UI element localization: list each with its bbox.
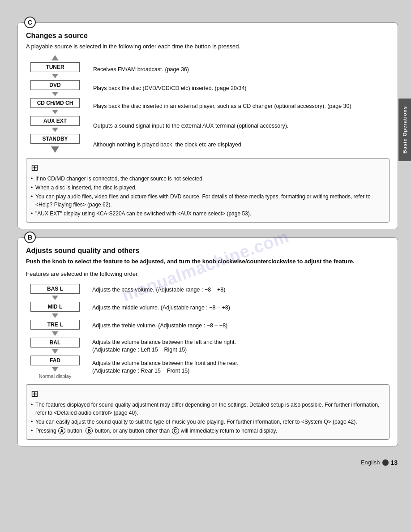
section-c-title: Changes a source: [26, 32, 390, 40]
sq-flow-col: BAS L MID L TRE L BAL FAD Normal display: [26, 283, 84, 379]
sq-desc-fad: Adjusts the volume balance between the f…: [92, 358, 390, 376]
section-b-badge: B: [24, 232, 36, 243]
note-c-4: "AUX EXT" display using KCA-S220A can be…: [31, 210, 384, 218]
note-box-b: ⊞ The features displayed for sound quali…: [26, 384, 390, 440]
circled-a: A: [58, 427, 65, 434]
source-flow: TUNER DVD CD CH/MD CH AUX EXT STANDBY Re…: [26, 55, 390, 153]
sq-desc-col: Adjusts the bass volume. (Adjustable ran…: [92, 283, 390, 379]
note-b-1: The features displayed for sound quality…: [31, 401, 384, 417]
note-icon-b: ⊞: [31, 388, 384, 399]
sq-arrow-5: [52, 367, 58, 372]
desc-dvd: Plays back the disc (DVD/VCD/CD etc) ins…: [93, 85, 247, 93]
footer-language: English: [361, 459, 380, 466]
desc-row-dvd: Plays back the disc (DVD/VCD/CD etc) ins…: [93, 82, 390, 95]
note-box-c: ⊞ If no CD/MD changer is connected, the …: [26, 158, 390, 223]
section-b-subtitle-bold: Push the knob to select the feature to b…: [26, 257, 390, 266]
sq-basl-box: BAS L: [30, 284, 80, 294]
desc-row-cdch: Plays back the disc inserted in an exter…: [93, 101, 390, 119]
sq-arrow-2: [52, 313, 58, 318]
section-c-badge: C: [24, 17, 36, 28]
sq-trel-box: TRE L: [30, 320, 80, 330]
flow-arrow-3: [52, 110, 58, 114]
sq-arrow-1: [52, 296, 58, 300]
desc-cdch: Plays back the disc inserted in an exter…: [93, 103, 351, 111]
sq-fad-box: FAD: [30, 356, 80, 365]
side-tab-label: Basic Operations: [402, 106, 407, 154]
section-b-title: Adjusts sound quality and others: [26, 247, 390, 255]
circled-b: B: [86, 427, 93, 434]
sq-desc-midl-text: Adjusts the middle volume. (Adjustable r…: [92, 304, 230, 312]
sq-desc-midl: Adjusts the middle volume. (Adjustable r…: [92, 301, 390, 315]
sq-desc-trel-text: Adjusts the treble volume. (Adjustable r…: [92, 322, 227, 330]
normal-display-label: Normal display: [39, 373, 72, 379]
desc-standby: Although nothing is played back, the clo…: [93, 141, 243, 149]
note-b-3: Pressing A button, B button, or any butt…: [31, 427, 384, 435]
sq-desc-trel: Adjusts the treble volume. (Adjustable r…: [92, 319, 390, 333]
desc-auxext: Outputs a sound signal input to the exte…: [93, 122, 288, 130]
sq-arrow-3: [52, 331, 58, 336]
section-b-box: B Adjusts sound quality and others Push …: [17, 237, 398, 446]
sq-midl-box: MID L: [30, 302, 80, 312]
note-c-2: When a disc is inserted, the disc is pla…: [31, 184, 384, 192]
note-c-1: If no CD/MD changer is connected, the ch…: [31, 175, 384, 183]
sq-desc-bal-text: Adjusts the volume balance between the l…: [92, 339, 236, 354]
flow-arrow-4: [52, 128, 58, 132]
sq-desc-basl-text: Adjusts the bass volume. (Adjustable ran…: [92, 286, 225, 294]
section-b-subtitle2: Features are selected in the following o…: [26, 270, 390, 278]
note-icon-c: ⊞: [31, 162, 384, 173]
sq-desc-basl: Adjusts the bass volume. (Adjustable ran…: [92, 283, 390, 297]
flow-arrow-bottom: [51, 146, 59, 153]
note-list-b: The features displayed for sound quality…: [31, 401, 384, 435]
content-area: C Changes a source A playable source is …: [13, 22, 398, 446]
note-b-2: You can easily adjust the sound quality …: [31, 418, 384, 426]
note-c-3: You can play audio files, video files an…: [31, 193, 384, 209]
circled-c: C: [172, 427, 179, 434]
note-list-c: If no CD/MD changer is connected, the ch…: [31, 175, 384, 218]
sq-desc-bal: Adjusts the volume balance between the l…: [92, 337, 390, 355]
source-flow-column: TUNER DVD CD CH/MD CH AUX EXT STANDBY: [26, 55, 84, 153]
source-descriptions: Receives FM/AM broadcast. (page 36) Play…: [93, 55, 390, 152]
source-dvd-box: DVD: [30, 80, 80, 90]
sq-arrow-4: [52, 349, 58, 354]
footer: English 13: [0, 455, 411, 466]
flow-arrow-2: [52, 92, 58, 96]
sq-bal-box: BAL: [30, 338, 80, 348]
source-cdch-box: CD CH/MD CH: [30, 98, 80, 108]
desc-row-tuner: Receives FM/AM broadcast. (page 36): [93, 63, 390, 77]
page-wrapper: Basic Operations manualmachine.com C Cha…: [0, 0, 411, 532]
flow-arrow-1: [52, 74, 58, 78]
source-auxext-box: AUX EXT: [30, 116, 80, 126]
sq-desc-fad-text: Adjusts the volume balance between the f…: [92, 360, 239, 375]
desc-row-standby: Although nothing is played back, the clo…: [93, 138, 390, 152]
desc-tuner: Receives FM/AM broadcast. (page 36): [93, 66, 189, 74]
desc-row-auxext: Outputs a sound signal input to the exte…: [93, 120, 390, 133]
sq-flow: BAS L MID L TRE L BAL FAD Normal display…: [26, 283, 390, 379]
footer-dot: [382, 459, 389, 466]
source-tuner-box: TUNER: [30, 62, 80, 72]
source-standby-box: STANDBY: [30, 134, 80, 144]
section-c-box: C Changes a source A playable source is …: [17, 22, 398, 229]
footer-page: 13: [390, 459, 398, 466]
section-c-subtitle: A playable source is selected in the fol…: [26, 43, 390, 51]
side-tab: Basic Operations: [398, 99, 411, 161]
flow-arrow-top: [51, 55, 59, 60]
